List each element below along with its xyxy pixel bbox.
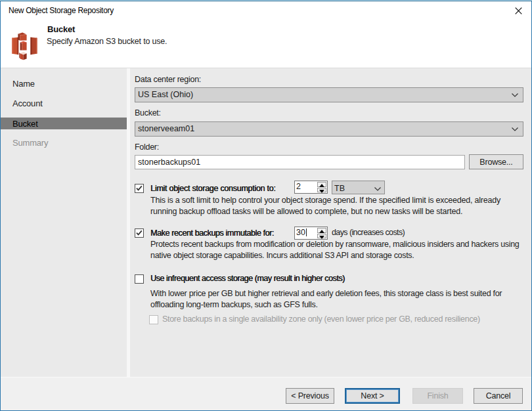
wizard-steps-sidebar: Name Account Bucket Summary (1, 68, 127, 377)
spinner-value-text: 2 (296, 182, 301, 191)
bucket-label: Bucket: (135, 108, 161, 118)
finish-button[interactable]: Finish (412, 388, 463, 404)
limit-amount-value: 2 (296, 181, 301, 192)
infrequent-access-checkbox[interactable] (135, 274, 144, 284)
arrow-down-icon (319, 236, 324, 239)
region-combobox[interactable]: US East (Ohio) (135, 87, 523, 102)
spin-down-button[interactable] (317, 188, 326, 193)
bucket-combobox[interactable]: stonerveeam01 (135, 121, 523, 137)
region-value: US East (Ohio) (138, 90, 193, 99)
next-button[interactable]: Next > (345, 388, 400, 404)
text-caret (306, 228, 307, 236)
spinner-buttons (317, 228, 326, 238)
step-description: Specify Amazon S3 bucket to use. (47, 37, 167, 46)
sidebar-item-name[interactable]: Name (1, 79, 127, 89)
step-title: Bucket (47, 24, 75, 34)
close-button[interactable] (508, 2, 528, 19)
chevron-down-icon (512, 93, 518, 97)
window-title: New Object Storage Repository (9, 6, 114, 15)
immutable-days-value: 30 (296, 227, 307, 238)
arrow-up-icon (319, 230, 324, 233)
spin-up-button[interactable] (317, 228, 326, 233)
wizard-body: Name Account Bucket Summary Data center … (1, 68, 531, 377)
immutable-description: Protects recent backups from modificatio… (150, 239, 519, 262)
titlebar: New Object Storage Repository (1, 1, 531, 20)
limit-unit-combobox[interactable]: TB (332, 181, 385, 194)
single-zone-checkbox[interactable] (149, 315, 158, 324)
sidebar-item-summary[interactable]: Summary (1, 138, 127, 148)
wizard-footer: < Previous Next > Finish Cancel (1, 377, 531, 410)
immutable-checkbox[interactable] (135, 228, 144, 238)
arrow-down-icon (319, 190, 324, 193)
infrequent-description: With lower price per GB but higher retri… (150, 288, 502, 311)
immutable-suffix: days (increases costs) (332, 228, 405, 237)
s3-bucket-icon (11, 31, 37, 61)
spinner-value-text: 30 (296, 228, 305, 237)
check-icon (135, 184, 143, 192)
sidebar-item-bucket[interactable]: Bucket (1, 118, 127, 129)
chevron-down-icon (512, 127, 518, 131)
chevron-down-icon (374, 187, 381, 191)
close-icon (515, 7, 522, 14)
single-zone-label: Store backups in a single availability z… (162, 314, 480, 324)
bucket-value: stonerveeam01 (138, 124, 194, 133)
limit-consumption-label: Limit object storage consumption to: (150, 184, 275, 193)
immutable-days-spinner[interactable]: 30 (294, 227, 328, 240)
spinner-buttons (317, 182, 326, 192)
cancel-button[interactable]: Cancel (474, 388, 523, 404)
sidebar-item-account[interactable]: Account (1, 98, 127, 108)
dialog-window: New Object Storage Repository (0, 0, 532, 411)
region-label: Data center region: (135, 75, 201, 84)
description-line: offloading long-term backups, such as GF… (150, 299, 502, 311)
spin-down-button[interactable] (317, 234, 326, 239)
limit-unit-value: TB (334, 184, 345, 193)
description-line: With lower price per GB but higher retri… (150, 288, 502, 299)
bucket-step-content: Data center region: US East (Ohio) Bucke… (130, 68, 531, 377)
infrequent-access-label: Use infrequent access storage (may resul… (150, 274, 345, 283)
immutable-label: Make recent backups immutable for: (150, 228, 274, 238)
description-line: running backup offload tasks will be all… (150, 206, 500, 217)
folder-label: Folder: (135, 142, 159, 152)
folder-input[interactable]: stonerbackups01 (135, 155, 465, 169)
arrow-up-icon (319, 184, 324, 187)
limit-description: This is a soft limit to help control you… (150, 195, 500, 218)
limit-consumption-checkbox[interactable] (135, 184, 144, 193)
spin-up-button[interactable] (317, 182, 326, 187)
description-line: This is a soft limit to help control you… (150, 195, 500, 206)
browse-button[interactable]: Browse... (469, 154, 523, 169)
description-line: native object storage capabilities. Incu… (150, 250, 519, 261)
check-icon (135, 229, 143, 237)
description-line: Protects recent backups from modificatio… (150, 239, 519, 250)
limit-amount-spinner[interactable]: 2 (294, 181, 328, 194)
previous-button[interactable]: < Previous (286, 388, 334, 404)
wizard-header: Bucket Specify Amazon S3 bucket to use. (1, 20, 531, 68)
